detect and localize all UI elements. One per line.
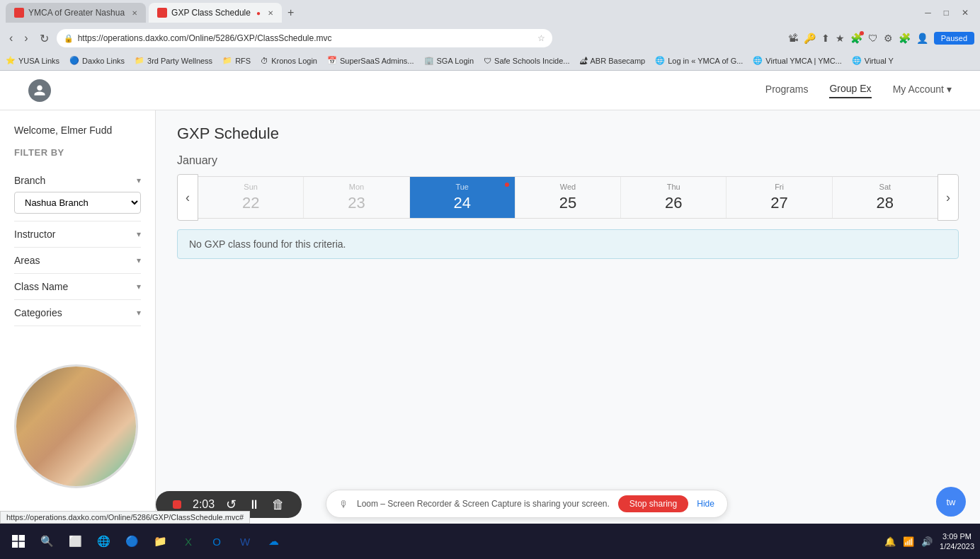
minimize-button[interactable]: ─ [919, 8, 937, 18]
key-icon[interactable]: 🔑 [804, 33, 816, 44]
back-button[interactable]: ‹ [6, 30, 16, 46]
taskbar-time-text: 3:09 PM [940, 531, 974, 541]
taskbar-clock: 3:09 PM 1/24/2023 [940, 531, 974, 552]
schedule-title: GXP Schedule [177, 125, 959, 143]
shield-icon[interactable]: 🛡 [868, 33, 878, 44]
categories-chevron-icon: ▾ [137, 308, 141, 318]
tab-close-gxp[interactable]: ✕ [268, 9, 273, 17]
content-area: Welcome, Elmer Fudd FILTER BY Branch ▾ N… [0, 110, 980, 524]
filter-instructor-toggle[interactable]: Instructor ▾ [14, 229, 141, 240]
taskbar-excel[interactable]: X [176, 529, 201, 554]
stop-sharing-button[interactable]: Stop sharing [618, 495, 688, 512]
forward-button[interactable]: › [21, 30, 31, 46]
bookmark-yusa[interactable]: ⭐ YUSA Links [6, 56, 59, 65]
bookmark-safeschools[interactable]: 🛡 Safe Schools Incide... [484, 57, 569, 65]
bookmark-kronos[interactable]: ⏱ Kronos Login [261, 57, 317, 65]
day-num-28: 28 [836, 194, 935, 212]
profile-icon[interactable]: 👤 [916, 33, 928, 44]
day-mon-23[interactable]: Mon 23 [304, 177, 409, 218]
day-fri-27[interactable]: Fri 27 [727, 177, 832, 218]
taskbar-search[interactable]: 🔍 [34, 529, 59, 554]
day-num-25: 25 [518, 194, 617, 212]
pause-button[interactable]: ⏸ [248, 497, 261, 512]
bookmark-3rdparty-label: 3rd Party Wellness [147, 57, 212, 65]
maximize-button[interactable]: □ [938, 8, 955, 18]
day-sat-28[interactable]: Sat 28 [833, 177, 938, 218]
day-name-thu: Thu [624, 183, 723, 191]
bookmark-star-icon[interactable]: ☆ [537, 33, 545, 43]
nav-my-account[interactable]: My Account ▾ [893, 83, 952, 98]
bookmark-safeschools-icon: 🛡 [484, 57, 491, 65]
tab-close-ymca[interactable]: ✕ [132, 9, 137, 17]
hide-button[interactable]: Hide [697, 499, 714, 509]
close-window-button[interactable]: ✕ [956, 8, 974, 18]
taskbar-explorer[interactable]: 📁 [147, 529, 173, 554]
branch-select[interactable]: Nashua Branch Other Branch [14, 192, 141, 214]
bookmark-virtualy[interactable]: 🌐 Virtual Y [852, 56, 894, 65]
taskbar-notification-icon[interactable]: 🔔 [884, 536, 896, 547]
account-avatar [28, 79, 51, 102]
bookmark-daxko-icon: 🔵 [69, 56, 79, 65]
lock-icon: 🔒 [64, 34, 74, 43]
taskbar-edge[interactable]: 🌐 [91, 529, 116, 554]
filter-categories-toggle[interactable]: Categories ▾ [14, 307, 141, 318]
refresh-button[interactable]: ↻ [36, 30, 52, 47]
star-icon[interactable]: ★ [836, 33, 845, 44]
window-controls: ─ □ ✕ [919, 8, 974, 18]
taskbar-chrome[interactable]: 🔵 [119, 529, 144, 554]
bookmark-3rdparty[interactable]: 📁 3rd Party Wellness [135, 56, 212, 65]
instructor-label: Instructor [14, 229, 55, 240]
nav-programs[interactable]: Programs [765, 83, 809, 98]
tab-gxp[interactable]: GXP Class Schedule ● ✕ [149, 3, 282, 23]
bookmark-rfs[interactable]: 📁 RFS [222, 56, 251, 65]
cast-icon[interactable]: 📽 [788, 33, 798, 44]
taskbar-taskview[interactable]: ⬜ [62, 529, 88, 554]
day-wed-25[interactable]: Wed 25 [515, 177, 621, 218]
day-thu-26[interactable]: Thu 26 [621, 177, 727, 218]
address-bar[interactable]: 🔒 https://operations.daxko.com/Online/52… [57, 29, 552, 47]
tab-favicon-ymca [14, 8, 24, 18]
start-button[interactable] [6, 529, 31, 554]
main-wrapper: Programs Group Ex My Account ▾ Welcome, … [0, 71, 980, 524]
filter-areas-toggle[interactable]: Areas ▾ [14, 255, 141, 266]
bookmark-daxko[interactable]: 🔵 Daxko Links [69, 56, 125, 65]
nav-links: Programs Group Ex My Account ▾ [765, 83, 952, 98]
title-bar: YMCA of Greater Nashua ✕ GXP Class Sched… [0, 0, 980, 25]
calendar-nav: ‹ Sun 22 Mon 23 Tue [177, 174, 959, 221]
tab-ymca[interactable]: YMCA of Greater Nashua ✕ [6, 3, 146, 23]
bookmark-sga-icon: 🏢 [424, 56, 434, 65]
new-tab-button[interactable]: + [285, 4, 297, 22]
taskbar-onedrive[interactable]: ☁ [261, 529, 286, 554]
next-week-button[interactable]: › [938, 174, 959, 221]
webcam-video [16, 367, 136, 486]
rewind-button[interactable]: ↺ [226, 497, 237, 512]
bookmark-virtualy-icon: 🌐 [852, 56, 862, 65]
bookmark-ymcalog-label: Log in « YMCA of G... [668, 57, 743, 65]
no-class-message: No GXP class found for this criteria. [177, 229, 959, 259]
bookmark-sga[interactable]: 🏢 SGA Login [424, 56, 474, 65]
filter-classname-toggle[interactable]: Class Name ▾ [14, 281, 141, 292]
bookmark-abr[interactable]: 🏕 ABR Basecamp [580, 57, 646, 65]
taskbar-word[interactable]: W [232, 529, 258, 554]
bookmark-ymcalog[interactable]: 🌐 Log in « YMCA of G... [655, 56, 743, 65]
loom-widget[interactable]: tw [936, 487, 966, 517]
paused-button[interactable]: Paused [934, 32, 974, 45]
toolbar-icons: 📽 🔑 ⬆ ★ 🧩 🛡 ⚙ 🧩 👤 Paused [788, 32, 974, 45]
day-sun-22[interactable]: Sun 22 [198, 177, 304, 218]
bookmark-virtual[interactable]: 🌐 Virtual YMCA | YMC... [753, 56, 841, 65]
delete-button[interactable]: 🗑 [272, 497, 285, 512]
taskbar-volume-icon[interactable]: 🔊 [921, 536, 933, 547]
settings-icon[interactable]: ⚙ [884, 33, 893, 44]
filter-branch-toggle[interactable]: Branch ▾ [14, 175, 141, 186]
taskbar-outlook[interactable]: O [204, 529, 229, 554]
bookmark-kronos-label: Kronos Login [271, 57, 317, 65]
bookmark-supersaas[interactable]: 📅 SuperSaaS Admins... [327, 56, 414, 65]
prev-week-button[interactable]: ‹ [177, 174, 198, 221]
bookmark-virtual-label: Virtual YMCA | YMC... [765, 57, 841, 65]
filter-section-branch: Branch ▾ Nashua Branch Other Branch [14, 168, 141, 221]
extension-icon[interactable]: 🧩 [850, 33, 862, 44]
nav-group-ex[interactable]: Group Ex [829, 83, 871, 98]
extensions-btn[interactable]: 🧩 [899, 33, 911, 44]
share-icon[interactable]: ⬆ [821, 33, 830, 44]
day-tue-24[interactable]: Tue 24 [410, 177, 515, 218]
